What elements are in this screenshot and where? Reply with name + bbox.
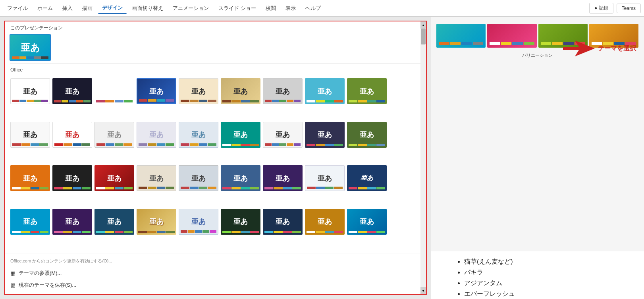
save-icon: ▨ (10, 282, 15, 288)
save-label: 現在のテーマを保存(S)... (19, 282, 76, 289)
current-theme-thumb[interactable]: 亜あ (10, 35, 50, 60)
menu-draw[interactable]: 描画 (78, 3, 96, 14)
theme-thumb-2[interactable]: 亜あ (52, 78, 92, 104)
menu-file[interactable]: ファイル (3, 3, 32, 14)
scroll-up-btn[interactable]: ▲ (420, 21, 426, 29)
office-note: Office.com からのコンテンツ更新を有効にする(O)... (10, 257, 420, 267)
menu-transitions[interactable]: 画面切り替え (128, 3, 167, 14)
bottom-actions: Office.com からのコンテンツ更新を有効にする(O)... ▦ テーマの… (5, 253, 426, 294)
theme-thumb-5[interactable]: 亜あ (179, 78, 218, 104)
theme-thumb-6[interactable]: 亜あ (221, 78, 260, 104)
theme-thumb-32[interactable]: 亜あ (179, 209, 218, 235)
theme-thumb-11[interactable]: 亜あ (52, 122, 92, 148)
theme-thumb-14[interactable]: 亜あ (179, 122, 218, 148)
browse-icon: ▦ (10, 270, 15, 276)
main-area: このプレゼンテーション 亜あ Office 亜あ (0, 17, 644, 299)
scroll-down-btn[interactable]: ▼ (420, 287, 426, 294)
theme-thumb-29[interactable]: 亜あ (52, 209, 92, 235)
theme-thumb-8[interactable]: 亜あ (305, 78, 345, 104)
teams-button[interactable]: Teams (617, 4, 641, 13)
right-panel: バリエーション テーマを選択 猫草(えん麦など) パキラ アジアンタム エバーフ… (431, 17, 644, 299)
theme-thumb-13[interactable]: 亜あ (137, 122, 176, 148)
theme-thumb-9[interactable]: 亜あ (347, 78, 387, 104)
menu-items: ファイル ホーム 挿入 描画 デザイン 画面切り替え アニメーション スライド … (3, 3, 325, 14)
bullet-list: 猫草(えん麦など) パキラ アジアンタム エバーフレッシュ (455, 258, 620, 298)
menu-animations[interactable]: アニメーション (169, 3, 213, 14)
scroll-thumb[interactable] (421, 29, 426, 44)
office-label: Office (10, 67, 420, 73)
bullet-3: アジアンタム (464, 279, 620, 287)
theme-thumb-19[interactable]: 亜あ (10, 165, 50, 191)
theme-thumb-16[interactable]: 亜あ (263, 122, 303, 148)
theme-thumb-18[interactable]: 亜あ (347, 122, 387, 148)
bullet-4: エバーフレッシュ (464, 290, 620, 298)
current-theme-area: 亜あ (5, 33, 426, 64)
arrow-icon (563, 41, 595, 56)
theme-thumb-7[interactable]: 亜あ (263, 78, 303, 104)
save-theme-item[interactable]: ▨ 現在のテーマを保存(S)... (10, 279, 420, 291)
theme-thumb-21[interactable]: 亜あ (94, 165, 134, 191)
menu-help[interactable]: ヘルプ (301, 3, 325, 14)
theme-thumb-27[interactable]: 亜あ (347, 165, 387, 191)
theme-thumb-22[interactable]: 亜あ (137, 165, 176, 191)
theme-dropdown-panel: このプレゼンテーション 亜あ Office 亜あ (4, 21, 427, 295)
theme-thumb-23[interactable]: 亜あ (179, 165, 218, 191)
theme-thumb-33[interactable]: 亜あ (221, 209, 260, 235)
theme-thumb-36[interactable]: 亜あ (347, 209, 387, 235)
browse-themes-item[interactable]: ▦ テーマの参照(M)... (10, 267, 420, 279)
bullet-1: 猫草(えん麦など) (464, 258, 620, 266)
theme-thumb-3[interactable]: 亜あ (94, 78, 134, 104)
menu-review[interactable]: 校閲 (262, 3, 280, 14)
theme-thumb-24[interactable]: 亜あ (221, 165, 260, 191)
annotation-text: テーマを選択 (598, 44, 636, 53)
menu-right: ● 記録 Teams (589, 3, 641, 14)
record-button[interactable]: ● 記録 (589, 3, 613, 14)
scroll-track[interactable] (420, 29, 426, 287)
office-section: Office (5, 64, 426, 77)
slide-content-area: 猫草(えん麦など) パキラ アジアンタム エバーフレッシュ (431, 251, 644, 299)
menu-design[interactable]: デザイン (98, 3, 127, 14)
variation-1[interactable] (436, 24, 486, 48)
theme-thumb-15[interactable]: 亜あ (221, 122, 260, 148)
menu-insert[interactable]: 挿入 (58, 3, 77, 14)
theme-thumb-28[interactable]: 亜あ (10, 209, 50, 235)
current-theme-label: 亜あ (21, 41, 40, 54)
theme-thumb-20[interactable]: 亜あ (52, 165, 92, 191)
theme-thumb-10[interactable]: 亜あ (10, 122, 50, 148)
theme-thumb-31[interactable]: 亜あ (137, 209, 176, 235)
theme-thumb-26[interactable]: 亜あ (305, 165, 345, 191)
theme-thumb-12[interactable]: 亜あ (94, 122, 134, 148)
themes-grid: 亜あ 亜あ 亜あ (5, 77, 426, 253)
browse-label: テーマの参照(M)... (19, 270, 62, 277)
menu-home[interactable]: ホーム (33, 3, 57, 14)
theme-thumb-25[interactable]: 亜あ (263, 165, 303, 191)
svg-marker-0 (563, 41, 595, 56)
menu-bar: ファイル ホーム 挿入 描画 デザイン 画面切り替え アニメーション スライド … (0, 0, 644, 17)
theme-thumb-30[interactable]: 亜あ (94, 209, 134, 235)
menu-slideshow[interactable]: スライド ショー (214, 3, 260, 14)
theme-thumb-17[interactable]: 亜あ (305, 122, 345, 148)
theme-thumb-1[interactable]: 亜あ (10, 78, 50, 104)
scrollbar[interactable]: ▲ ▼ (420, 21, 426, 294)
theme-thumb-35[interactable]: 亜あ (305, 209, 345, 235)
menu-view[interactable]: 表示 (282, 3, 300, 14)
variation-2[interactable] (487, 24, 536, 48)
current-section-title: このプレゼンテーション (5, 21, 426, 33)
theme-thumb-4[interactable]: 亜あ (137, 78, 176, 104)
current-theme-colorbar (10, 56, 50, 59)
bullet-2: パキラ (464, 268, 620, 277)
annotation: テーマを選択 (563, 41, 636, 56)
theme-thumb-34[interactable]: 亜あ (263, 209, 303, 235)
